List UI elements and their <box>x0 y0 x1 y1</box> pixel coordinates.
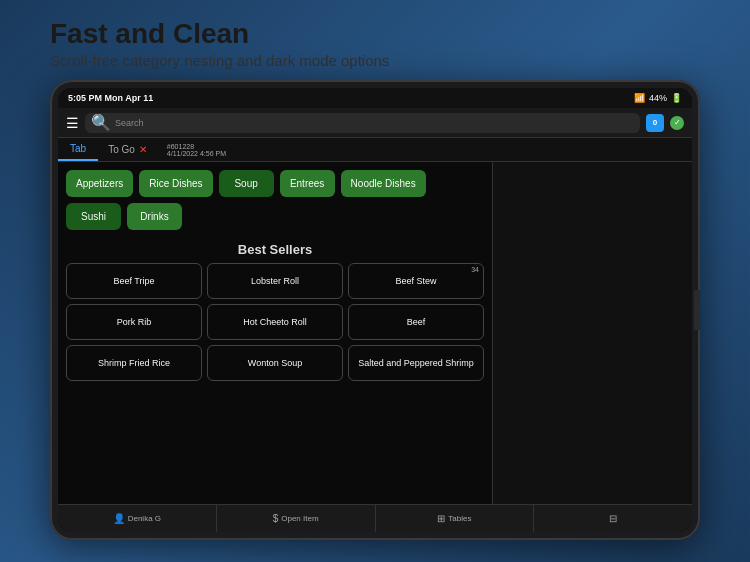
order-panel <box>492 162 692 504</box>
item-shrimp-fried-rice[interactable]: Shrimp Fried Rice <box>66 345 202 381</box>
menu-panel: Appetizers Rice Dishes Soup Entrees Nood… <box>58 162 492 504</box>
bottom-grid-btn[interactable]: ⊟ <box>534 505 692 532</box>
status-right: 📶 44% 🔋 <box>634 93 682 103</box>
grid-icon: ⊟ <box>609 513 617 524</box>
item-hot-cheeto-roll[interactable]: Hot Cheeto Roll <box>207 304 343 340</box>
cat-rice-dishes[interactable]: Rice Dishes <box>139 170 212 197</box>
tablet-screen: 5:05 PM Mon Apr 11 📶 44% 🔋 ☰ 🔍 Search 0 … <box>58 88 692 532</box>
item-wonton-soup[interactable]: Wonton Soup <box>207 345 343 381</box>
beef-stew-count: 34 <box>471 266 479 273</box>
battery-level: 44% <box>649 93 667 103</box>
wifi-icon: 📶 <box>634 93 645 103</box>
categories-grid: Appetizers Rice Dishes Soup Entrees Nood… <box>66 170 484 230</box>
battery-icon: 🔋 <box>671 93 682 103</box>
best-sellers-title: Best Sellers <box>66 242 484 257</box>
sync-icon: ✓ <box>670 116 684 130</box>
page-title: Fast and Clean <box>50 18 389 50</box>
tablet-frame: 5:05 PM Mon Apr 11 📶 44% 🔋 ☰ 🔍 Search 0 … <box>50 80 700 540</box>
tab-togo[interactable]: To Go ✕ <box>98 138 157 161</box>
cat-sushi[interactable]: Sushi <box>66 203 121 230</box>
item-salted-shrimp[interactable]: Salted and Peppered Shrimp <box>348 345 484 381</box>
dollar-icon: $ <box>273 513 279 524</box>
search-input[interactable]: Search <box>115 118 144 128</box>
items-grid: Beef Tripe Lobster Roll 34 Beef Stew Por… <box>66 263 484 381</box>
item-pork-rib[interactable]: Pork Rib <box>66 304 202 340</box>
status-time: 5:05 PM Mon Apr 11 <box>68 93 153 103</box>
home-button[interactable] <box>694 290 700 330</box>
main-content: Appetizers Rice Dishes Soup Entrees Nood… <box>58 162 692 504</box>
user-icon: 👤 <box>113 513 125 524</box>
page-subtitle: Scroll-free category nesting and dark mo… <box>50 52 389 69</box>
hamburger-icon[interactable]: ☰ <box>66 115 79 131</box>
status-bar: 5:05 PM Mon Apr 11 📶 44% 🔋 <box>58 88 692 108</box>
bottom-user-btn[interactable]: 👤 Denika G <box>58 505 217 532</box>
nav-bar: ☰ 🔍 Search 0 ✓ <box>58 108 692 138</box>
item-beef-tripe[interactable]: Beef Tripe <box>66 263 202 299</box>
bottom-tables-btn[interactable]: ⊞ Tables <box>376 505 535 532</box>
page-header: Fast and Clean Scroll-free category nest… <box>50 18 389 69</box>
order-count-badge: 0 <box>646 114 664 132</box>
cat-noodle-dishes[interactable]: Noodle Dishes <box>341 170 426 197</box>
tables-icon: ⊞ <box>437 513 445 524</box>
cat-appetizers[interactable]: Appetizers <box>66 170 133 197</box>
tab-order-info: #601228 4/11/2022 4:56 PM <box>157 138 236 161</box>
search-bar[interactable]: 🔍 Search <box>85 113 640 133</box>
cat-drinks[interactable]: Drinks <box>127 203 182 230</box>
tab-tab[interactable]: Tab <box>58 138 98 161</box>
item-beef[interactable]: Beef <box>348 304 484 340</box>
tab-bar: Tab To Go ✕ #601228 4/11/2022 4:56 PM <box>58 138 692 162</box>
bottom-bar: 👤 Denika G $ Open Item ⊞ Tables ⊟ <box>58 504 692 532</box>
bottom-open-item-btn[interactable]: $ Open Item <box>217 505 376 532</box>
cat-soup[interactable]: Soup <box>219 170 274 197</box>
item-beef-stew[interactable]: 34 Beef Stew <box>348 263 484 299</box>
cat-entrees[interactable]: Entrees <box>280 170 335 197</box>
search-icon: 🔍 <box>91 113 111 132</box>
item-lobster-roll[interactable]: Lobster Roll <box>207 263 343 299</box>
tab-close-icon[interactable]: ✕ <box>139 144 147 155</box>
